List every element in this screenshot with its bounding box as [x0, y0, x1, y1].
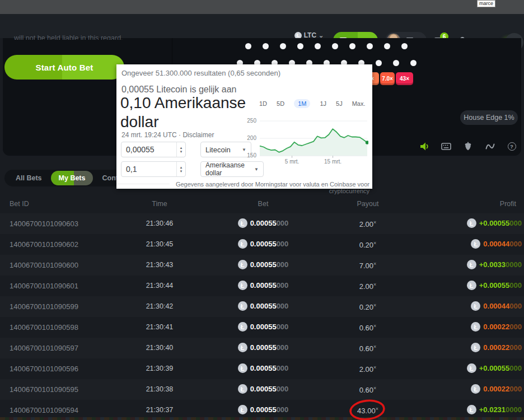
- litecoin-coin-icon: Ł: [467, 218, 476, 228]
- plinko-peg: [393, 60, 399, 66]
- bet-payout: 0.20×: [340, 240, 396, 249]
- sound-button[interactable]: [419, 141, 429, 151]
- bet-profit: Ł +0.00330000: [467, 260, 522, 269]
- bet-payout: 7.00×: [340, 261, 396, 270]
- chart-range-tab[interactable]: 1J: [320, 100, 326, 107]
- hotkeys-button[interactable]: [441, 141, 451, 151]
- chevron-down-icon: ⌄: [319, 33, 324, 38]
- conversion-meta: 24 mrt. 19:24 UTC · Disclaimer: [121, 131, 214, 139]
- bet-id: 14006700101090601: [10, 282, 78, 290]
- bet-profit: Ł 0.00022000: [471, 343, 522, 352]
- header-bet-id: Bet ID: [10, 200, 29, 208]
- table-row[interactable]: 14006700101090595 21:30:38 Ł 0.00055000 …: [0, 379, 524, 400]
- header-bet: Bet: [224, 200, 302, 208]
- litecoin-coin-icon: Ł: [467, 363, 476, 373]
- bet-profit: Ł +0.02310000: [467, 405, 522, 414]
- litecoin-coin-icon: Ł: [238, 363, 247, 373]
- litecoin-coin-icon: Ł: [238, 301, 247, 311]
- currency-to-value: Amerikaanse dollar: [205, 161, 251, 177]
- plinko-peg: [349, 43, 355, 49]
- chart-range-tab[interactable]: 5J: [336, 100, 343, 107]
- table-row[interactable]: 14006700101090596 21:30:39 Ł 0.00055000 …: [0, 358, 524, 379]
- table-row[interactable]: 14006700101090598 21:30:41 Ł 0.00055000 …: [0, 317, 524, 338]
- screen: marce Ł LTC ⌄ 0.08936066 Wallet 6: [0, 0, 524, 420]
- plinko-peg: [280, 43, 286, 49]
- stepper-up-icon: ▴: [180, 146, 183, 150]
- table-row[interactable]: 14006700101090601 21:30:44 Ł 0.00055000 …: [0, 276, 524, 296]
- multiplier-chip[interactable]: 43×: [396, 72, 413, 85]
- help-button[interactable]: ?: [507, 141, 517, 151]
- chart-range-tabs: 1D5D1M1J5JMax.: [259, 99, 366, 108]
- fairness-button[interactable]: [463, 141, 473, 151]
- bet-payout: 2.00×: [340, 365, 396, 374]
- stepper-down-icon: ▾: [180, 150, 183, 153]
- stats-wave-icon: [485, 143, 495, 150]
- table-row[interactable]: 14006700101090599 21:30:42 Ł 0.00055000 …: [0, 296, 524, 317]
- stepper-up-icon: ▴: [180, 165, 183, 169]
- currency-to-select[interactable]: Amerikaanse dollar ▼: [200, 161, 264, 177]
- live-stats-button[interactable]: [485, 141, 495, 151]
- bet-payout: 43.00×: [340, 406, 396, 415]
- litecoin-coin-icon: Ł: [238, 343, 247, 352]
- bet-time: 21:30:46: [132, 220, 188, 227]
- bet-payout: 2.00×: [340, 220, 396, 228]
- litecoin-coin-icon: Ł: [471, 322, 480, 332]
- litecoin-coin-icon: Ł: [471, 384, 480, 394]
- bet-id: 14006700101090598: [10, 323, 78, 332]
- google-conversion-popup: Ongeveer 51.300.000 resultaten (0,65 sec…: [116, 64, 372, 189]
- bet-time: 21:30:39: [132, 365, 188, 372]
- keyboard-icon: [441, 143, 451, 150]
- litecoin-coin-icon: Ł: [238, 239, 247, 249]
- plinko-peg: [315, 43, 321, 49]
- bet-time: 21:30:45: [132, 240, 188, 248]
- bet-amount: Ł 0.00055000: [224, 343, 302, 352]
- stepper-to[interactable]: ▴ ▾: [176, 162, 185, 176]
- bet-payout: 0.20×: [340, 302, 396, 311]
- multiplier-chip[interactable]: 7.0×: [380, 72, 395, 85]
- house-edge-badge: House Edge 1%: [460, 110, 518, 125]
- plinko-peg: [297, 43, 303, 49]
- bet-amount: Ł 0.00055000: [224, 260, 302, 269]
- litecoin-coin-icon: Ł: [471, 239, 480, 249]
- chart-range-tab[interactable]: 5D: [277, 100, 284, 107]
- bet-amount: Ł 0.00055000: [224, 322, 302, 332]
- bet-id: 14006700101090594: [10, 406, 78, 414]
- chart-y-tick: 250: [242, 118, 256, 124]
- chart-y-tick: 150: [242, 152, 256, 158]
- table-row[interactable]: 14006700101090603 21:30:46 Ł 0.00055000 …: [0, 213, 524, 234]
- tab-my-bets[interactable]: My Bets: [51, 171, 93, 185]
- bets-table: Bet ID Time Bet Payout Profit 1400670010…: [0, 193, 524, 420]
- litecoin-coin-icon: Ł: [471, 301, 480, 311]
- stepper-from[interactable]: ▴ ▾: [176, 142, 185, 157]
- bet-time: 21:30:43: [132, 261, 188, 269]
- question-icon: ?: [508, 142, 516, 151]
- currency-from-value: Litecoin: [205, 146, 231, 154]
- bet-time: 21:30:37: [132, 406, 188, 414]
- litecoin-coin-icon: Ł: [238, 218, 247, 228]
- disclaimer-link[interactable]: Disclaimer: [183, 131, 214, 139]
- chart-range-tab[interactable]: Max.: [352, 100, 366, 107]
- table-row[interactable]: 14006700101090600 21:30:43 Ł 0.00055000 …: [0, 255, 524, 276]
- tab-all-bets[interactable]: All Bets: [8, 171, 50, 185]
- chart-range-tab[interactable]: 1D: [259, 100, 267, 107]
- litecoin-coin-icon: Ł: [238, 405, 247, 414]
- start-auto-bet-button[interactable]: Start Auto Bet: [4, 55, 124, 80]
- plinko-peg: [332, 43, 338, 49]
- bet-profit: Ł 0.00022000: [471, 322, 522, 332]
- table-row[interactable]: 14006700101090602 21:30:45 Ł 0.00055000 …: [0, 234, 524, 255]
- search-stats: Ongeveer 51.300.000 resultaten (0,65 sec…: [121, 69, 280, 77]
- stepper-down-icon: ▾: [180, 169, 183, 173]
- litecoin-coin-icon: Ł: [238, 281, 247, 290]
- chart-x-tick: 15 mrt.: [317, 158, 349, 165]
- bet-amount: Ł 0.00055000: [224, 301, 302, 311]
- bet-payout: 0.60×: [340, 344, 396, 353]
- chart-range-tab[interactable]: 1M: [294, 99, 310, 108]
- bet-time: 21:30:41: [132, 323, 188, 331]
- table-row[interactable]: 14006700101090597 21:30:40 Ł 0.00055000 …: [0, 338, 524, 358]
- conversion-result: 0,10 Amerikaanse dollar: [120, 94, 260, 132]
- header-profit: Profit: [500, 200, 516, 208]
- select-arrow-icon: ▼: [242, 147, 246, 152]
- bet-amount: Ł 0.00055000: [224, 281, 302, 290]
- fairness-seed-icon: [464, 142, 472, 151]
- litecoin-coin-icon: Ł: [238, 260, 247, 269]
